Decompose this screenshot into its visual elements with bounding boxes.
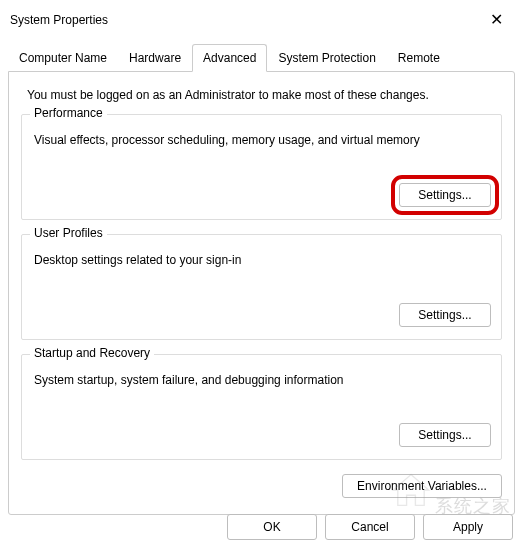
group-performance: Performance Visual effects, processor sc… bbox=[21, 114, 502, 220]
admin-notice: You must be logged on as an Administrato… bbox=[27, 88, 498, 102]
environment-variables-button[interactable]: Environment Variables... bbox=[342, 474, 502, 498]
group-performance-legend: Performance bbox=[30, 106, 107, 120]
startup-recovery-settings-button[interactable]: Settings... bbox=[399, 423, 491, 447]
tab-system-protection[interactable]: System Protection bbox=[267, 44, 386, 72]
close-icon[interactable]: ✕ bbox=[484, 8, 509, 31]
group-startup-recovery-desc: System startup, system failure, and debu… bbox=[34, 373, 491, 387]
performance-settings-button[interactable]: Settings... bbox=[399, 183, 491, 207]
tab-panel-advanced: You must be logged on as an Administrato… bbox=[8, 71, 515, 515]
group-startup-recovery: Startup and Recovery System startup, sys… bbox=[21, 354, 502, 460]
tabstrip: Computer Name Hardware Advanced System P… bbox=[0, 35, 523, 71]
tab-remote[interactable]: Remote bbox=[387, 44, 451, 72]
group-user-profiles-legend: User Profiles bbox=[30, 226, 107, 240]
user-profiles-settings-button[interactable]: Settings... bbox=[399, 303, 491, 327]
ok-button[interactable]: OK bbox=[227, 514, 317, 540]
tab-advanced[interactable]: Advanced bbox=[192, 44, 267, 72]
window-title: System Properties bbox=[10, 13, 108, 27]
apply-button[interactable]: Apply bbox=[423, 514, 513, 540]
dialog-buttons: OK Cancel Apply bbox=[227, 514, 513, 540]
cancel-button[interactable]: Cancel bbox=[325, 514, 415, 540]
tab-computer-name[interactable]: Computer Name bbox=[8, 44, 118, 72]
group-user-profiles: User Profiles Desktop settings related t… bbox=[21, 234, 502, 340]
group-performance-desc: Visual effects, processor scheduling, me… bbox=[34, 133, 491, 147]
tab-hardware[interactable]: Hardware bbox=[118, 44, 192, 72]
group-user-profiles-desc: Desktop settings related to your sign-in bbox=[34, 253, 491, 267]
group-startup-recovery-legend: Startup and Recovery bbox=[30, 346, 154, 360]
titlebar: System Properties ✕ bbox=[0, 0, 523, 35]
